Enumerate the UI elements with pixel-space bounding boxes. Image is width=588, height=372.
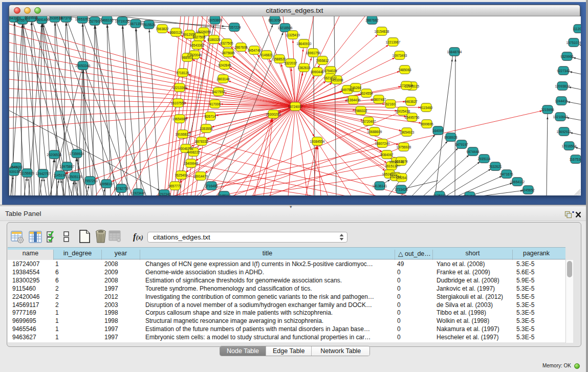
svg-text:9227342: 9227342 <box>557 69 570 73</box>
svg-text:1615132: 1615132 <box>385 164 398 168</box>
svg-text:9327505: 9327505 <box>220 41 233 45</box>
svg-text:8454749: 8454749 <box>248 49 261 52</box>
svg-text:7357224: 7357224 <box>228 26 241 29</box>
svg-text:9873791: 9873791 <box>59 16 73 20</box>
svg-text:16107552: 16107552 <box>171 101 186 105</box>
svg-text:10958107: 10958107 <box>99 182 114 186</box>
svg-text:21364436: 21364436 <box>346 98 361 102</box>
svg-text:7632621: 7632621 <box>489 165 502 168</box>
svg-text:9329966: 9329966 <box>560 55 574 58</box>
svg-text:1727714: 1727714 <box>400 84 413 87</box>
svg-text:19654923: 19654923 <box>400 130 415 134</box>
svg-text:1733426: 1733426 <box>395 188 408 191</box>
svg-text:9115460: 9115460 <box>420 106 433 110</box>
svg-text:9463627: 9463627 <box>404 100 418 103</box>
svg-text:3624554: 3624554 <box>360 92 373 95</box>
svg-text:62160: 62160 <box>386 102 395 106</box>
svg-text:3215958: 3215958 <box>541 108 554 112</box>
svg-text:2887682: 2887682 <box>365 18 379 22</box>
svg-text:19756928: 19756928 <box>397 145 411 149</box>
svg-text:2718126: 2718126 <box>176 71 189 75</box>
svg-text:10046786: 10046786 <box>179 147 193 150</box>
svg-text:8878332: 8878332 <box>195 140 208 143</box>
svg-text:6479197: 6479197 <box>455 143 468 146</box>
svg-text:10688609: 10688609 <box>367 130 382 134</box>
svg-text:11923446: 11923446 <box>131 191 146 195</box>
svg-text:10973493: 10973493 <box>393 54 407 57</box>
svg-text:1353554: 1353554 <box>200 127 213 130</box>
svg-text:19218506: 19218506 <box>278 26 293 30</box>
svg-text:1167534: 1167534 <box>570 158 581 161</box>
svg-text:1612074: 1612074 <box>395 160 408 163</box>
svg-text:15409948: 15409948 <box>184 162 199 165</box>
svg-text:6524861: 6524861 <box>463 194 476 196</box>
svg-text:10025438: 10025438 <box>396 110 410 113</box>
svg-text:15226055: 15226055 <box>197 30 211 34</box>
svg-text:15692921: 15692921 <box>557 130 572 134</box>
svg-text:15720407: 15720407 <box>361 120 376 123</box>
svg-text:2803144: 2803144 <box>216 77 230 81</box>
svg-text:17359924: 17359924 <box>70 152 84 156</box>
svg-text:17957253: 17957253 <box>83 179 98 183</box>
svg-text:20206536: 20206536 <box>47 153 62 157</box>
svg-text:11325419: 11325419 <box>286 33 300 37</box>
svg-text:8938928: 8938928 <box>444 136 458 139</box>
svg-text:16671355: 16671355 <box>128 22 143 26</box>
svg-text:12942757: 12942757 <box>36 172 51 176</box>
svg-text:164095: 164095 <box>432 129 444 133</box>
svg-text:7485063: 7485063 <box>398 68 411 72</box>
svg-text:7663822: 7663822 <box>156 27 169 31</box>
svg-text:417006: 417006 <box>209 102 221 106</box>
svg-text:3875685: 3875685 <box>222 51 235 55</box>
svg-text:16154838: 16154838 <box>375 30 389 33</box>
svg-text:1145194: 1145194 <box>54 173 67 177</box>
svg-text:25300293: 25300293 <box>266 113 281 116</box>
svg-text:1244415: 1244415 <box>555 99 568 103</box>
svg-text:7986322: 7986322 <box>354 109 367 113</box>
svg-text:18724007: 18724007 <box>288 105 303 108</box>
svg-text:8660124: 8660124 <box>169 31 183 34</box>
svg-text:19654985: 19654985 <box>172 117 187 121</box>
svg-text:9245012: 9245012 <box>217 194 231 196</box>
svg-text:19384554: 19384554 <box>310 140 325 143</box>
svg-text:9084067: 9084067 <box>380 153 394 157</box>
svg-text:8427552: 8427552 <box>212 90 225 94</box>
svg-text:8186328: 8186328 <box>207 38 221 41</box>
svg-text:826714: 826714 <box>205 115 216 118</box>
svg-text:16782759: 16782759 <box>114 187 129 190</box>
svg-text:9135113: 9135113 <box>433 194 446 196</box>
svg-text:1453398: 1453398 <box>330 78 343 82</box>
svg-text:9242845: 9242845 <box>218 63 231 67</box>
svg-text:9146821: 9146821 <box>260 53 273 57</box>
svg-text:9245652: 9245652 <box>521 188 535 192</box>
svg-text:20053346: 20053346 <box>76 64 91 68</box>
svg-text:1588520: 1588520 <box>273 57 286 61</box>
svg-text:3716485: 3716485 <box>205 184 218 188</box>
svg-text:9699695: 9699695 <box>420 122 433 126</box>
svg-text:9827505: 9827505 <box>192 35 206 39</box>
svg-text:12505135: 12505135 <box>68 175 82 179</box>
svg-text:16914479: 16914479 <box>193 174 208 178</box>
svg-text:16543362: 16543362 <box>190 43 205 47</box>
svg-text:15495756: 15495756 <box>405 116 420 119</box>
svg-text:1112074: 1112074 <box>573 27 581 31</box>
svg-text:1362615: 1362615 <box>297 66 311 70</box>
svg-text:10719155: 10719155 <box>115 19 130 23</box>
svg-text:9657771: 9657771 <box>168 184 182 188</box>
svg-text:7515526: 7515526 <box>142 23 156 27</box>
svg-text:7625402: 7625402 <box>175 173 188 177</box>
svg-text:14136141: 14136141 <box>373 184 387 188</box>
svg-text:8813054: 8813054 <box>268 18 281 22</box>
svg-text:10807487: 10807487 <box>372 98 386 101</box>
svg-text:9474444: 9474444 <box>466 150 480 154</box>
svg-text:17016504: 17016504 <box>562 144 577 148</box>
svg-text:2867608: 2867608 <box>234 46 248 49</box>
svg-text:6466160: 6466160 <box>100 18 114 22</box>
svg-text:12213967: 12213967 <box>386 40 401 44</box>
svg-text:746266: 746266 <box>350 86 361 90</box>
svg-text:1939154: 1939154 <box>9 170 20 173</box>
svg-text:1292348: 1292348 <box>158 192 171 196</box>
svg-text:5322037: 5322037 <box>284 61 297 65</box>
svg-text:10210643: 10210643 <box>553 115 568 119</box>
svg-text:2935114: 2935114 <box>478 157 491 161</box>
